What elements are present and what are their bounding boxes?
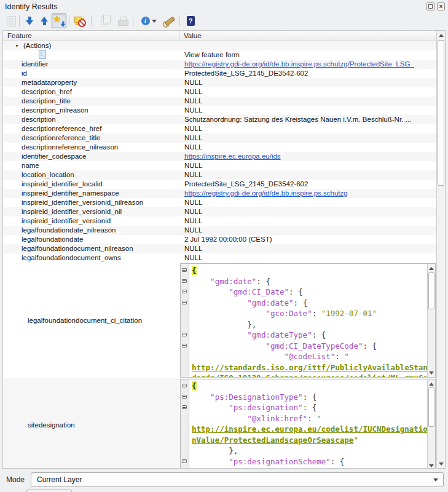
value-link[interactable]: https://registry.gdi-de.org/id/de.bb.ins… — [184, 60, 414, 68]
code-link[interactable]: http://inspire.ec.europa.eu/codelist/IUC… — [192, 424, 427, 434]
fold-marker-icon[interactable] — [182, 279, 187, 283]
table-row[interactable]: inspireid_identifier_namespacehttps://re… — [3, 189, 436, 198]
feature-cell: legalfoundationdocument_ci_citation — [3, 263, 179, 378]
scroll-down-icon[interactable] — [428, 368, 435, 377]
mode-bar: Mode Current Layer — [0, 471, 448, 488]
table-row[interactable]: description_titleNULL — [3, 97, 436, 106]
value-cell: NULL — [179, 124, 436, 133]
table-row[interactable]: ▼(Actions) — [3, 41, 436, 50]
scroll-down-icon[interactable] — [437, 459, 445, 468]
float-panel-icon[interactable] — [426, 2, 434, 10]
code-token: : { — [289, 287, 303, 296]
table-row[interactable]: legalfoundationdate_nilreasonNULL — [3, 226, 436, 235]
table-row[interactable]: identifierhttps://registry.gdi-de.org/id… — [3, 60, 436, 69]
value-cell: { "ps:DesignationType": { "ps:designatio… — [179, 378, 436, 468]
code-token: }, — [192, 446, 238, 455]
table-row[interactable]: descriptionreference_titleNULL — [3, 133, 436, 143]
table-row[interactable]: descriptionreference_nilreasonNULL — [3, 143, 436, 152]
identify-icon: i — [141, 17, 150, 25]
table-scrollbar[interactable] — [436, 31, 445, 468]
table-row[interactable]: sitedesignation{ "ps:DesignationType": {… — [3, 378, 436, 468]
table-row[interactable]: description_nilreasonNULL — [3, 106, 436, 115]
scroll-down-icon[interactable] — [428, 461, 435, 468]
partial-widget — [26, 490, 72, 492]
table-row[interactable]: legalfoundationdate2 Jul 1992 00:00:00 (… — [3, 235, 436, 244]
identify-mode-button[interactable]: i — [138, 14, 160, 28]
fold-marker-icon[interactable] — [182, 268, 187, 272]
fold-marker-icon[interactable] — [182, 384, 187, 387]
code-link[interactable]: http://standards.iso.org/ittf/PubliclyAv… — [192, 363, 427, 372]
clear-results-button[interactable] — [72, 14, 87, 28]
json-code[interactable]: { "gmd:date": { "gmd:CI_Date": { "gmd:da… — [189, 264, 427, 377]
help-button[interactable]: ? — [183, 14, 198, 28]
code-link[interactable]: dards/ISO_19139_Schemas/resources/codeli… — [192, 373, 427, 377]
table-row[interactable]: inspireid_identifier_versionid_nilNULL — [3, 207, 436, 216]
value-link[interactable]: https://inspire.ec.europa.eu/ids — [184, 153, 281, 160]
fold-marker-icon[interactable] — [182, 395, 187, 399]
fold-marker-icon[interactable] — [182, 301, 187, 304]
code-token: : { — [303, 392, 317, 402]
code-line: "@xlink:href": " — [192, 467, 427, 468]
form-icon[interactable] — [39, 50, 46, 59]
table-row[interactable]: location_locationNULL — [3, 170, 436, 180]
table-row[interactable]: legalfoundationdocument_ownsNULL — [3, 253, 436, 263]
json-editor[interactable]: { "ps:DesignationType": { "ps:designatio… — [180, 379, 436, 468]
json-editor[interactable]: { "gmd:date": { "gmd:CI_Date": { "gmd:da… — [180, 263, 436, 378]
fold-marker-icon[interactable] — [182, 405, 187, 409]
scroll-up-icon[interactable] — [428, 264, 435, 272]
table-row[interactable]: descriptionreference_hrefNULL — [3, 124, 436, 133]
table-row[interactable]: View feature form — [3, 50, 436, 60]
scrollbar-thumb[interactable] — [428, 387, 434, 427]
value-cell: { "gmd:date": { "gmd:CI_Date": { "gmd:da… — [179, 263, 436, 378]
action-link[interactable]: View feature form — [184, 51, 240, 58]
table-row[interactable]: legalfoundationdocument_nilreasonNULL — [3, 244, 436, 253]
expander-icon[interactable]: ▼ — [15, 41, 19, 50]
fold-marker-icon[interactable] — [182, 459, 187, 463]
code-link[interactable]: nValue/ProtectedLandscapeOrSeascape — [192, 435, 353, 445]
fold-marker-icon[interactable] — [182, 290, 187, 293]
table-row[interactable]: identifier_codespacehttps://inspire.ec.e… — [3, 152, 436, 161]
code-token: { — [192, 266, 197, 275]
table-row[interactable]: descriptionSchutzanordnung: Satzung des … — [3, 115, 436, 124]
code-token: : { — [331, 457, 345, 466]
table-row[interactable]: description_hrefNULL — [3, 87, 436, 97]
table-row[interactable]: inspireid_identifier_versionidNULL — [3, 216, 436, 226]
fold-marker-icon[interactable] — [182, 344, 187, 347]
code-token: " — [353, 435, 358, 445]
table-row[interactable]: nameNULL — [3, 161, 436, 170]
table-row[interactable]: idProtectedSite_LSG_2145_DE3542-602 — [3, 69, 436, 78]
value-link[interactable]: https://registry.gdi-de.org/id/de.bb.ins… — [184, 189, 348, 197]
scrollbar-thumb[interactable] — [428, 272, 434, 309]
table-row[interactable]: legalfoundationdocument_ci_citation{ "gm… — [3, 263, 436, 378]
expand-tree-button[interactable] — [22, 14, 37, 28]
scroll-up-icon[interactable] — [428, 379, 435, 388]
value-cell: NULL — [179, 170, 436, 180]
identify-settings-button[interactable] — [162, 14, 177, 28]
feature-cell: description_href — [3, 87, 179, 97]
close-icon[interactable]: × — [437, 2, 445, 10]
expand-new-results-button[interactable]: ★ — [52, 14, 66, 28]
code-line: "gmd:date": { — [192, 298, 427, 309]
table-row[interactable]: inspireid_identifier_versionid_nilreason… — [3, 198, 436, 207]
value-cell: NULL — [179, 244, 436, 253]
chevron-down-icon[interactable] — [152, 20, 157, 23]
code-line: { — [192, 265, 427, 276]
code-token: " — [316, 414, 321, 423]
table-row[interactable]: metadatapropertyNULL — [3, 78, 436, 87]
column-header-value[interactable]: Value — [179, 31, 436, 41]
feature-cell: inspireid_identifier_versionid_nil — [3, 207, 179, 216]
value-cell: ProtectedSite_LSG_2145_DE3542-602 — [179, 69, 436, 78]
fold-marker-icon[interactable] — [182, 333, 187, 336]
scroll-up-icon[interactable] — [437, 31, 445, 39]
code-line: "gmd:dateType": { — [192, 330, 427, 341]
editor-scrollbar[interactable] — [427, 264, 435, 377]
code-line: "gmd:CI_DateTypeCode": { — [192, 341, 427, 352]
mode-select[interactable]: Current Layer — [31, 472, 444, 487]
editor-scrollbar[interactable] — [427, 379, 435, 468]
table-row[interactable]: inspireid_identifier_localidProtectedSit… — [3, 180, 436, 189]
value-cell: https://registry.gdi-de.org/id/de.bb.ins… — [179, 60, 436, 69]
collapse-tree-button[interactable] — [37, 14, 52, 28]
json-code[interactable]: { "ps:DesignationType": { "ps:designatio… — [189, 379, 427, 468]
scrollbar-thumb[interactable] — [438, 40, 444, 186]
column-header-feature[interactable]: Feature — [3, 31, 179, 41]
